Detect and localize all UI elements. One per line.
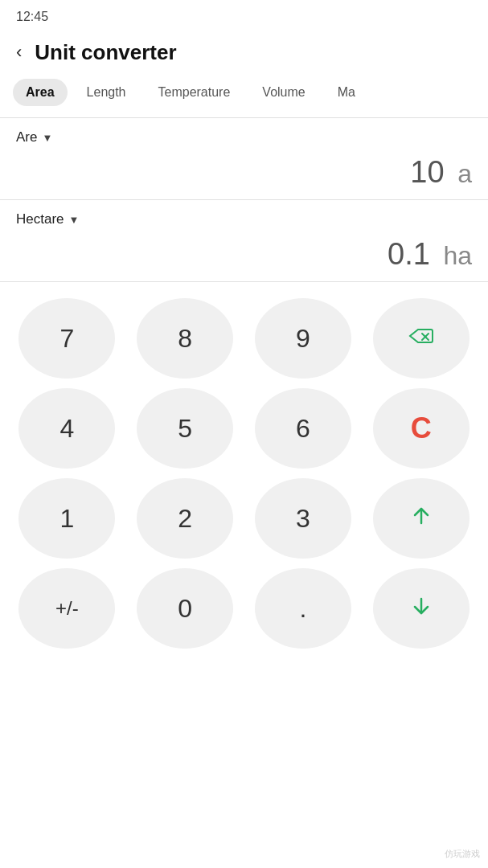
key-5[interactable]: 5 (137, 388, 233, 469)
key-clear[interactable]: C (373, 388, 470, 469)
category-tabs: Area Length Temperature Volume Ma (0, 79, 488, 106)
key-7[interactable]: 7 (18, 298, 115, 379)
tab-length[interactable]: Length (74, 79, 139, 106)
keypad: 7 8 9 4 5 6 C 1 2 3 +/- 0 . (0, 282, 488, 665)
top-unit-section: Are ▼ (0, 118, 488, 145)
key-9[interactable]: 9 (255, 298, 351, 379)
bottom-value-display: 0.1 ha (0, 227, 488, 281)
key-sign[interactable]: +/- (18, 568, 115, 649)
bottom-unit-label: Hectare (16, 211, 64, 227)
bottom-unit-selector[interactable]: Hectare ▼ (16, 211, 79, 227)
bottom-value: 0.1 (388, 237, 430, 271)
top-unit-suffix: a (457, 159, 472, 188)
page-title: Unit converter (35, 40, 176, 65)
header: ‹ Unit converter (0, 31, 488, 79)
key-0[interactable]: 0 (137, 568, 233, 649)
key-3[interactable]: 3 (255, 478, 351, 559)
top-unit-selector[interactable]: Are ▼ (16, 129, 52, 145)
key-2[interactable]: 2 (137, 478, 233, 559)
watermark: 仿玩游戏 (445, 848, 480, 860)
key-down[interactable] (373, 568, 470, 649)
bottom-unit-suffix: ha (443, 241, 472, 270)
tab-volume[interactable]: Volume (249, 79, 318, 106)
time: 12:45 (16, 10, 48, 23)
delete-icon (408, 326, 434, 351)
back-button[interactable]: ‹ (13, 39, 25, 66)
tab-temperature[interactable]: Temperature (146, 79, 244, 106)
tab-mass[interactable]: Ma (325, 79, 368, 106)
top-unit-label: Are (16, 129, 37, 145)
up-arrow-icon (409, 504, 433, 534)
key-4[interactable]: 4 (18, 388, 115, 469)
bottom-unit-section: Hectare ▼ (0, 200, 488, 227)
status-bar: 12:45 (0, 0, 488, 31)
key-1[interactable]: 1 (18, 478, 115, 559)
tab-area[interactable]: Area (13, 79, 68, 106)
key-delete[interactable] (373, 298, 470, 379)
top-value: 10 (410, 155, 444, 189)
key-8[interactable]: 8 (137, 298, 233, 379)
key-up[interactable] (373, 478, 470, 559)
bottom-unit-dropdown-arrow: ▼ (69, 214, 80, 226)
top-value-display: 10 a (0, 145, 488, 199)
down-arrow-icon (409, 594, 433, 624)
key-decimal[interactable]: . (255, 568, 351, 649)
key-6[interactable]: 6 (255, 388, 351, 469)
top-unit-dropdown-arrow: ▼ (42, 132, 52, 144)
